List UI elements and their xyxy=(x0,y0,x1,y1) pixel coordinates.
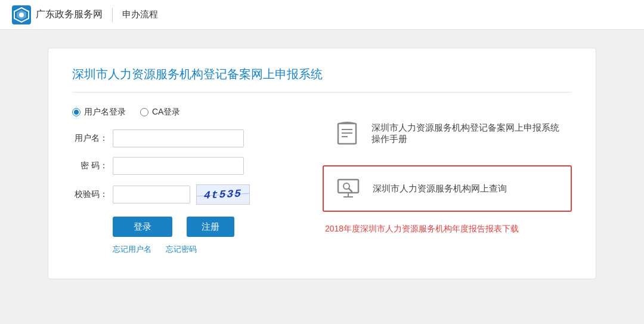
password-input[interactable] xyxy=(113,157,244,175)
radio-ca-label: CA登录 xyxy=(152,107,180,118)
site-name: 广东政务服务网 xyxy=(36,8,103,21)
forgot-password-link[interactable]: 忘记密码 xyxy=(166,244,197,255)
annual-report-link[interactable]: 2018年度深圳市人力资源服务机构年度报告报表下载 xyxy=(323,224,572,234)
captcha-text: 4t535 xyxy=(204,187,243,201)
password-label: 密 码： xyxy=(72,161,108,171)
main-content: 深圳市人力资源服务机构登记备案网上申报系统 用户名登录 CA登录 xyxy=(0,30,644,297)
svg-rect-8 xyxy=(338,180,358,193)
forgot-username-link[interactable]: 忘记用户名 xyxy=(113,244,151,255)
header: 广东政务服务网 申办流程 xyxy=(0,0,644,30)
manual-icon xyxy=(332,119,362,149)
manual-item[interactable]: 深圳市人力资源服务机构登记备案网上申报系统操作手册 xyxy=(323,112,572,156)
query-icon xyxy=(333,174,363,203)
captcha-label: 校验码： xyxy=(72,189,108,200)
username-label: 用户名： xyxy=(72,133,108,144)
login-type-row: 用户名登录 CA登录 xyxy=(72,107,287,118)
query-text: 深圳市人力资源服务机构网上查询 xyxy=(373,183,507,195)
button-row: 登录 注册 xyxy=(72,217,287,237)
logo-area: 广东政务服务网 xyxy=(12,5,103,24)
svg-point-3 xyxy=(19,13,24,17)
logo-icon xyxy=(12,5,31,24)
radio-ca-input[interactable] xyxy=(140,108,148,116)
card-title: 深圳市人力资源服务机构登记备案网上申报系统 xyxy=(72,66,572,92)
nav-label: 申办流程 xyxy=(122,9,158,20)
links-row: 忘记用户名 忘记密码 xyxy=(72,244,287,255)
register-button[interactable]: 注册 xyxy=(187,217,234,237)
password-row: 密 码： xyxy=(72,157,287,175)
login-button[interactable]: 登录 xyxy=(113,217,172,237)
username-input[interactable] xyxy=(113,129,244,147)
query-item[interactable]: 深圳市人力资源服务机构网上查询 xyxy=(323,165,572,212)
header-divider xyxy=(112,8,113,22)
radio-ca[interactable]: CA登录 xyxy=(140,107,180,118)
login-panel: 用户名登录 CA登录 用户名： 密 码： xyxy=(72,107,287,255)
svg-line-12 xyxy=(349,189,352,192)
radio-username-label: 用户名登录 xyxy=(84,107,126,118)
username-row: 用户名： xyxy=(72,129,287,147)
captcha-input[interactable] xyxy=(113,186,190,203)
manual-text: 深圳市人力资源服务机构登记备案网上申报系统操作手册 xyxy=(371,122,562,145)
card-body: 用户名登录 CA登录 用户名： 密 码： xyxy=(72,107,572,255)
login-card: 深圳市人力资源服务机构登记备案网上申报系统 用户名登录 CA登录 xyxy=(48,48,596,279)
radio-username[interactable]: 用户名登录 xyxy=(72,107,126,118)
captcha-image[interactable]: 4t535 xyxy=(196,184,250,205)
right-panel: 深圳市人力资源服务机构登记备案网上申报系统操作手册 xyxy=(323,107,572,255)
captcha-row: 校验码： 4t535 xyxy=(72,184,287,205)
radio-username-input[interactable] xyxy=(72,108,80,116)
